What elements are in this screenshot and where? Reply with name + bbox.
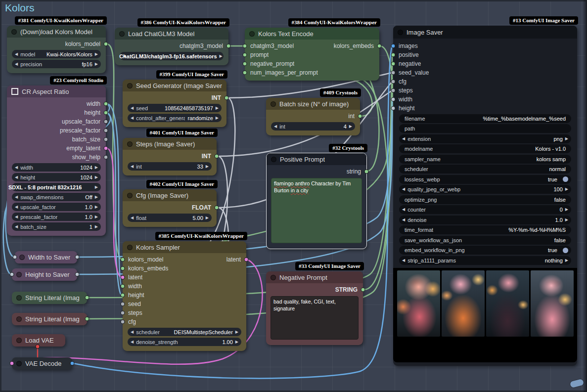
- arrow-left-icon[interactable]: ◀: [402, 187, 405, 191]
- output-dot[interactable]: [225, 96, 229, 100]
- widget-width[interactable]: ◀ width 1024 ▶: [12, 163, 101, 172]
- widget-strip-a1111-params[interactable]: ◀ strip_a1111_params nothing ▶: [399, 256, 571, 265]
- output-dot[interactable]: [85, 296, 90, 300]
- node-kolors-sampler[interactable]: #385 ComfyUI-KwaiKolorsWrapper Kolors Sa…: [123, 241, 246, 351]
- node-negative-prompt[interactable]: #33 ComfyUI Image Saver Negative Prompt …: [266, 271, 363, 345]
- arrow-left-icon[interactable]: ◀: [15, 195, 18, 199]
- collapse-dot-icon[interactable]: [16, 316, 22, 322]
- arrow-right-icon[interactable]: ▶: [565, 218, 568, 222]
- widget-embed-workflow-in-png[interactable]: embed_workflow_in_png true: [399, 246, 571, 255]
- node-steps[interactable]: #401 ComfyUI Image Saver Steps (Image Sa…: [123, 138, 217, 175]
- node-graph-canvas[interactable]: Kolors #381 ComfyUI-KwaiKolorsWrapper (D…: [0, 0, 587, 392]
- collapse-dot-icon[interactable]: [127, 193, 133, 198]
- output-dot[interactable]: [104, 42, 108, 46]
- collapse-dot-icon[interactable]: [271, 275, 276, 280]
- widget-lossless-webp[interactable]: lossless_webp true: [399, 175, 571, 184]
- collapse-dot-icon[interactable]: [127, 141, 133, 147]
- arrow-right-icon[interactable]: ▶: [206, 165, 209, 169]
- output-dot[interactable]: [75, 272, 80, 277]
- arrow-right-icon[interactable]: ▶: [95, 175, 98, 179]
- collapse-dot-icon[interactable]: [127, 83, 133, 88]
- widget-prescale-factor[interactable]: ◀ prescale_factor 1.0 ▶: [12, 213, 101, 221]
- arrow-right-icon[interactable]: ▶: [235, 330, 238, 334]
- collapse-dot-icon[interactable]: [16, 338, 22, 343]
- input-dot[interactable]: [243, 71, 247, 75]
- widget-denoise[interactable]: ◀ denoise 1.0 ▶: [399, 216, 571, 224]
- output-dot[interactable]: [104, 111, 108, 115]
- arrow-left-icon[interactable]: ◀: [15, 175, 18, 179]
- widget-swap-dimensions[interactable]: ◀ swap_dimensions Off ▶: [12, 193, 101, 201]
- output-dot[interactable]: [85, 317, 90, 321]
- widget-batch-size[interactable]: ◀ batch_size 1 ▶: [12, 222, 101, 231]
- widget-control-after-generate[interactable]: ◀ control_after_generate randomize ▶: [128, 114, 222, 122]
- output-dot[interactable]: [358, 114, 362, 119]
- node-cfg[interactable]: #402 ComfyUI Image Saver Cfg (Image Save…: [123, 189, 217, 227]
- widget-height[interactable]: ◀ height 1024 ▶: [12, 173, 101, 181]
- node-string-literal-positive[interactable]: String Literal (Imag: [12, 292, 87, 304]
- collapse-dot-icon[interactable]: [16, 361, 22, 366]
- widget-seed[interactable]: ◀ seed 1085624858735197 ▶: [128, 104, 222, 112]
- node-header[interactable]: Negative Prompt: [266, 271, 363, 283]
- output-dot[interactable]: [215, 154, 219, 159]
- widget-chatglm3-checkpoint[interactable]: ◀ ChatGLM3/chatglm3-fp16.safetensors ▶: [120, 52, 224, 60]
- node-header[interactable]: Load ChatGLM3 Model: [115, 28, 228, 40]
- output-dot[interactable]: [104, 102, 108, 106]
- input-dot[interactable]: [121, 293, 125, 298]
- arrow-left-icon[interactable]: ◀: [15, 62, 18, 66]
- arrow-left-icon[interactable]: ◀: [131, 165, 134, 169]
- arrow-left-icon[interactable]: ◀: [402, 137, 405, 141]
- collapse-dot-icon[interactable]: [11, 29, 17, 35]
- node-batch-size[interactable]: #409 Crystools Batch size (N° of image) …: [266, 98, 360, 135]
- arrow-right-icon[interactable]: ▶: [95, 52, 98, 56]
- widget-counter[interactable]: ◀ counter 0 ▶: [399, 205, 571, 214]
- node-header[interactable]: Batch size (N° of image): [266, 98, 360, 110]
- node-kolors-text-encode[interactable]: #384 ComfyUI-KwaiKolorsWrapper Kolors Te…: [245, 28, 379, 81]
- input-dot[interactable]: [243, 53, 247, 57]
- widget-precision[interactable]: ◀ precision fp16 ▶: [12, 60, 101, 68]
- arrow-right-icon[interactable]: ▶: [206, 216, 209, 220]
- widget-denoise-strength[interactable]: ◀ denoise_strength 1.00 ▶: [128, 338, 241, 346]
- input-dot[interactable]: [121, 266, 125, 271]
- collapse-dot-icon[interactable]: [16, 295, 22, 301]
- output-dot[interactable]: [364, 170, 369, 174]
- output-dot[interactable]: [104, 137, 108, 142]
- canvas-corner-handle[interactable]: [570, 379, 584, 388]
- arrow-right-icon[interactable]: ▶: [95, 62, 98, 66]
- widget-model[interactable]: ◀ model Kwai-Kolors/Kolors ▶: [12, 50, 101, 58]
- output-dot[interactable]: [226, 44, 231, 48]
- node-header[interactable]: VAE Decode: [12, 357, 72, 370]
- arrow-left-icon[interactable]: ◀: [15, 215, 18, 219]
- arrow-right-icon[interactable]: ▶: [95, 185, 98, 189]
- output-dot[interactable]: [104, 146, 108, 151]
- input-dot[interactable]: [391, 88, 396, 93]
- node-load-chatglm3[interactable]: #386 ComfyUI-KwaiKolorsWrapper Load Chat…: [115, 28, 228, 65]
- arrow-right-icon[interactable]: ▶: [216, 116, 219, 120]
- input-dot[interactable]: [391, 53, 396, 57]
- negative-prompt-textarea[interactable]: bad quality, fake, CGI, text, signature: [271, 296, 359, 340]
- arrow-right-icon[interactable]: ▶: [565, 137, 568, 141]
- output-dot[interactable]: [244, 258, 249, 262]
- input-dot[interactable]: [391, 106, 396, 111]
- node-header[interactable]: CR Aspect Ratio: [7, 86, 106, 97]
- node-header[interactable]: Positive Prompt: [267, 153, 366, 165]
- output-dot[interactable]: [215, 206, 219, 210]
- arrow-right-icon[interactable]: ▶: [235, 340, 238, 344]
- output-dot[interactable]: [70, 361, 75, 366]
- collapse-dot-icon[interactable]: [119, 31, 125, 37]
- widget-time-format[interactable]: time_format %Y-%m-%d-%H%M%S: [399, 225, 571, 234]
- output-dot[interactable]: [104, 155, 108, 160]
- arrow-left-icon[interactable]: ◀: [131, 116, 134, 120]
- input-dot[interactable]: [391, 62, 396, 66]
- collapse-dot-icon[interactable]: [249, 31, 255, 37]
- node-header[interactable]: Steps (Image Saver): [123, 138, 217, 150]
- collapse-dot-icon[interactable]: [271, 157, 276, 162]
- node-header[interactable]: Kolors Text Encode: [245, 28, 379, 40]
- arrow-right-icon[interactable]: ▶: [216, 106, 219, 110]
- node-header[interactable]: Width to Saver: [15, 251, 77, 263]
- arrow-left-icon[interactable]: ◀: [402, 208, 405, 212]
- arrow-right-icon[interactable]: ▶: [95, 166, 98, 170]
- widget-scheduler[interactable]: ◀ scheduler DEISMultistepScheduler ▶: [128, 328, 241, 336]
- output-dot[interactable]: [36, 345, 40, 349]
- output-dot[interactable]: [104, 129, 108, 133]
- input-dot[interactable]: [121, 302, 125, 306]
